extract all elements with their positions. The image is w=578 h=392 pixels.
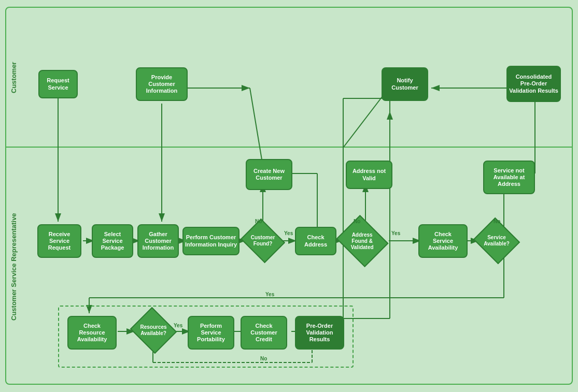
select-service-package-node: Select Service Package bbox=[92, 224, 133, 258]
lane-label-csr: Customer Service Representative bbox=[6, 153, 21, 381]
check-address-node: Check Address bbox=[295, 227, 336, 255]
service-available-node: Service Available? bbox=[473, 217, 520, 265]
check-service-availability-node: Check Service Availability bbox=[418, 224, 468, 258]
lane-label-customer: Customer bbox=[6, 18, 21, 137]
dashed-region bbox=[58, 306, 354, 368]
customer-found-node: Customer Found? bbox=[241, 219, 285, 263]
perform-customer-inquiry-node: Perform Customer Information Inquiry bbox=[182, 227, 239, 255]
yes-label-4: Yes bbox=[265, 292, 274, 297]
provide-customer-info-node: Provide Customer Information bbox=[136, 67, 188, 101]
receive-service-request-node: Receive Service Request bbox=[37, 224, 81, 258]
no-label-3: No bbox=[494, 219, 500, 224]
no-label-2: No bbox=[354, 219, 360, 224]
yes-label-2: Yes bbox=[391, 230, 400, 236]
address-found-validated-node: Address Found & Validated bbox=[336, 215, 388, 267]
service-not-available-node: Service not Available at Address bbox=[483, 161, 535, 194]
consolidated-preorder-node: Consolidated Pre-Order Validation Result… bbox=[506, 66, 561, 102]
gather-customer-info-node: Gather Customer Information bbox=[137, 224, 179, 258]
yes-label-1: Yes bbox=[284, 230, 293, 236]
notify-customer-node: Notify Customer bbox=[382, 67, 428, 101]
request-service-node: Request Service bbox=[38, 70, 78, 98]
create-new-customer-node: Create New Customer bbox=[246, 159, 292, 190]
diagram-container: Customer Customer Service Representative bbox=[5, 7, 573, 385]
address-not-valid-node: Address not Valid bbox=[346, 161, 392, 189]
swimlane-customer bbox=[6, 8, 572, 148]
no-label-1: No bbox=[255, 219, 262, 224]
